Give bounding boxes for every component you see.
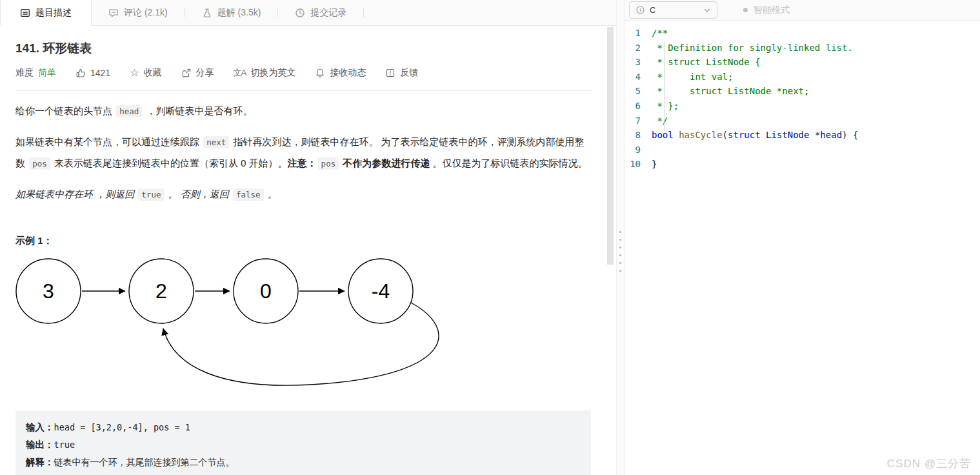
text-segment: 如果链表中有某个节点，可以通过连续跟踪 (15, 136, 202, 147)
smart-mode-label: 智能模式 (754, 5, 790, 16)
text-segment: 。仅仅是为了标识链表的实际情况。 (430, 157, 587, 168)
text-segment: 。 (265, 188, 277, 199)
tab-submissions[interactable]: 提交记录 (278, 0, 363, 25)
tab-separator (363, 8, 364, 17)
mode-dot-icon (743, 8, 748, 12)
difficulty-label: 难度 (15, 67, 34, 79)
divider-line (15, 90, 592, 91)
problem-panel: 题目描述 评论 (2.1k) 题解 (3.5k) 提交记录 141. 环形链表 (0, 0, 616, 475)
code-line: 3 * struct ListNode { (625, 55, 980, 70)
linked-list-diagram: 3 2 0 -4 (15, 258, 467, 395)
line-number: 8 (625, 128, 652, 143)
feedback-icon (385, 68, 395, 78)
share-icon (181, 68, 192, 78)
code-line: 8bool hasCycle(struct ListNode *head) { (625, 128, 980, 143)
vertical-scrollbar-thumb[interactable] (607, 27, 614, 265)
line-number: 4 (625, 70, 652, 85)
difficulty: 难度 简单 (15, 67, 56, 79)
problem-paragraph-2: 如果链表中有某个节点，可以通过连续跟踪 next 指针再次到达，则链表中存在环。… (15, 132, 592, 174)
switch-language-button[interactable]: 文A 切换为英文 (234, 67, 296, 79)
favorite-button[interactable]: ☆ 收藏 (130, 66, 161, 79)
line-number: 2 (625, 41, 652, 56)
description-icon (20, 8, 30, 18)
line-number: 1 (625, 26, 652, 41)
text-segment: 给你一个链表的头节点 (15, 105, 115, 116)
like-button[interactable]: 1421 (75, 68, 110, 78)
text-segment: false (233, 188, 264, 201)
switch-language-label: 切换为英文 (250, 67, 295, 79)
code-text: * Definition for singly-linked list. (652, 41, 853, 56)
list-node: 3 (16, 259, 81, 323)
tab-solutions[interactable]: 题解 (3.5k) (185, 0, 278, 25)
solutions-icon (202, 8, 212, 18)
text-segment: head (116, 105, 142, 117)
indent-guide (664, 42, 665, 132)
code-line: 6 * }; (625, 99, 980, 114)
text-segment: 来表示链表尾连接到链表中的位置（索引从 0 开始）。 (52, 157, 288, 168)
chevron-down-icon (703, 6, 711, 14)
text-segment: 如果链表中存在环 ，则返回 (15, 188, 137, 199)
text-segment: 。 否则，返回 (165, 188, 232, 199)
list-node: 0 (234, 259, 298, 323)
submissions-icon (295, 8, 305, 18)
example-1-label: 示例 1： (15, 235, 592, 247)
problem-paragraph-3: 如果链表中存在环 ，则返回 true 。 否则，返回 false 。 (15, 184, 592, 205)
tab-comments[interactable]: 评论 (2.1k) (92, 0, 185, 25)
tab-label: 题解 (3.5k) (217, 7, 261, 19)
example-1-box: 输入：head = [3,2,0,-4], pos = 1 输出：true 解释… (15, 410, 591, 475)
list-node-value: 0 (260, 279, 272, 303)
code-text: */ (652, 114, 668, 128)
code-text: * }; (652, 99, 679, 114)
translate-icon: 文A (234, 67, 246, 79)
example-explanation: 解释：链表中有一个环，其尾部连接到第二个节点。 (26, 454, 581, 471)
text-segment: true (138, 188, 164, 201)
thumb-up-icon (75, 68, 86, 78)
like-count: 1421 (90, 68, 110, 78)
line-number: 7 (625, 114, 652, 128)
text-segment: next (203, 136, 229, 148)
smart-mode-indicator[interactable]: 智能模式 (743, 5, 790, 16)
editor-panel: C 智能模式 1/**2 * Definition for singly-lin… (625, 0, 980, 475)
text-segment: 链表中有一个环，其尾部连接到第二个节点。 (54, 457, 235, 467)
code-line: 7 */ (625, 114, 980, 128)
code-line: 4 * int val; (625, 70, 980, 85)
share-button[interactable]: 分享 (181, 67, 214, 79)
text-segment: 输入： (26, 422, 54, 432)
problem-meta-row: 难度 简单 1421 ☆ 收藏 分享 文A 切换为英文 (15, 66, 592, 79)
problem-content: 141. 环形链表 难度 简单 1421 ☆ 收藏 分享 (0, 26, 616, 475)
line-number: 9 (625, 143, 652, 157)
selected-language: C (650, 5, 655, 15)
text-segment: pos (318, 157, 339, 170)
code-line: 10} (625, 157, 980, 172)
code-line: 2 * Definition for singly-linked list. (625, 41, 980, 56)
tab-label: 评论 (2.1k) (124, 7, 168, 19)
text-segment: head = [3,2,0,-4], pos = 1 (54, 422, 190, 432)
text-segment: 注意： (288, 157, 317, 168)
feedback-label: 反馈 (400, 67, 418, 79)
app-window: 题目描述 评论 (2.1k) 题解 (3.5k) 提交记录 141. 环形链表 (0, 0, 980, 475)
favorite-label: 收藏 (144, 67, 162, 79)
comments-icon (108, 8, 119, 18)
code-text: } (652, 157, 657, 172)
text-segment: pos (29, 157, 50, 170)
feedback-button[interactable]: 反馈 (385, 67, 418, 79)
language-selector[interactable]: C (629, 1, 717, 19)
code-line: 5 * struct ListNode *next; (625, 84, 980, 99)
code-text: * struct ListNode { (652, 55, 761, 70)
line-number: 3 (625, 55, 652, 70)
code-text: * struct ListNode *next; (652, 84, 809, 99)
code-line: 1/** (625, 26, 980, 41)
line-number: 5 (625, 84, 652, 99)
line-number: 6 (625, 99, 652, 114)
example-output: 输出：true (26, 436, 581, 454)
editor-toolbar: C 智能模式 (625, 0, 980, 21)
subscribe-button[interactable]: 接收动态 (315, 67, 366, 79)
tab-label: 提交记录 (310, 7, 346, 19)
tab-description[interactable]: 题目描述 (0, 0, 92, 26)
problem-paragraph-1: 给你一个链表的头节点 head ，判断链表中是否有环。 (15, 101, 592, 122)
panel-resizer-handle[interactable] (616, 0, 625, 475)
text-segment: 不作为参数进行传递 (340, 157, 430, 168)
code-editor[interactable]: 1/**2 * Definition for singly-linked lis… (625, 21, 980, 172)
tab-bar: 题目描述 评论 (2.1k) 题解 (3.5k) 提交记录 (0, 0, 616, 26)
list-node-value: 3 (43, 279, 54, 303)
